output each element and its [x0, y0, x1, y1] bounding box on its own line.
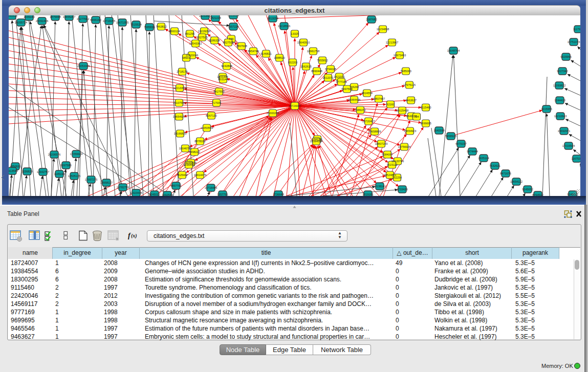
svg-text:1733426: 1733426 [397, 188, 407, 191]
svg-text:804: 804 [414, 115, 419, 118]
svg-text:20364436: 20364436 [348, 98, 360, 101]
svg-text:12213369: 12213369 [173, 86, 186, 90]
svg-text:1615112: 1615112 [386, 163, 397, 166]
svg-text:9245012: 9245012 [149, 193, 160, 196]
svg-text:10654112: 10654112 [510, 180, 522, 183]
svg-text:17016504: 17016504 [562, 144, 575, 147]
svg-text:15640910: 15640910 [297, 41, 310, 44]
svg-text:1092549: 1092549 [162, 193, 172, 196]
svg-text:6794028: 6794028 [325, 68, 336, 71]
svg-text:8186328: 8186328 [209, 39, 220, 42]
svg-text:62160: 62160 [386, 103, 394, 106]
svg-text:9498222: 9498222 [189, 150, 200, 154]
svg-text:7386372: 7386372 [355, 108, 365, 112]
svg-text:1821224: 1821224 [210, 16, 221, 19]
svg-text:12505135: 12505135 [68, 174, 80, 178]
svg-text:15716485: 15716485 [205, 186, 217, 189]
svg-text:8878332: 8878332 [194, 140, 205, 143]
svg-text:16782759: 16782759 [117, 186, 129, 189]
svg-text:9327505: 9327505 [197, 36, 207, 39]
svg-text:15692971: 15692971 [558, 129, 570, 133]
svg-text:2087682: 2087682 [366, 18, 377, 21]
svg-text:10543362: 10543362 [189, 42, 202, 45]
svg-text:717005: 717005 [212, 101, 221, 104]
svg-text:10658809: 10658809 [368, 130, 381, 133]
svg-text:1156829: 1156829 [21, 170, 32, 173]
svg-text:1244413: 1244413 [554, 99, 565, 102]
svg-text:4350611: 4350611 [10, 165, 20, 168]
svg-text:17359924: 17359924 [70, 152, 82, 156]
svg-text:1145194: 1145194 [54, 172, 64, 176]
svg-text:2043318: 2043318 [9, 15, 17, 17]
svg-text:8813054: 8813054 [267, 17, 278, 20]
svg-text:9474444: 9474444 [467, 150, 477, 153]
svg-text:16210643: 16210643 [554, 115, 567, 118]
svg-text:9146821: 9146821 [260, 52, 271, 55]
svg-text:9115460: 9115460 [420, 106, 431, 109]
svg-text:1612071: 1612071 [322, 76, 333, 79]
svg-text:13325: 13325 [291, 32, 298, 35]
svg-text:8267130: 8267130 [206, 114, 216, 117]
svg-text:15751074: 15751074 [568, 40, 580, 43]
svg-text:10655267: 10655267 [63, 15, 75, 18]
svg-text:14055724: 14055724 [15, 21, 27, 24]
svg-text:9397586: 9397586 [60, 164, 71, 167]
svg-text:9329966: 9329966 [560, 55, 571, 58]
svg-text:9777169: 9777169 [336, 80, 346, 83]
svg-text:546: 546 [229, 37, 233, 40]
svg-text:19218506: 19218506 [278, 25, 290, 28]
svg-text:8813054: 8813054 [228, 15, 238, 17]
svg-text:19756928: 19756928 [398, 145, 410, 148]
svg-text:18807249: 18807249 [375, 142, 387, 145]
svg-text:7625402: 7625402 [177, 173, 187, 177]
svg-text:23300203: 23300203 [267, 112, 279, 115]
svg-text:8764512: 8764512 [532, 193, 543, 196]
svg-text:8471676: 8471676 [500, 172, 511, 175]
svg-text:12213967: 12213967 [386, 41, 398, 44]
svg-text:2718176: 2718176 [177, 70, 187, 73]
svg-text:15720407: 15720407 [362, 120, 375, 123]
svg-text:2867608: 2867608 [236, 45, 247, 48]
svg-text:17957275: 17957275 [85, 178, 97, 181]
svg-text:10958117: 10958117 [100, 181, 113, 184]
svg-text:8427552: 8427552 [213, 90, 224, 93]
svg-text:10107554: 10107554 [173, 101, 185, 104]
svg-text:7463822: 7463822 [156, 25, 166, 28]
svg-text:1357791: 1357791 [217, 193, 228, 196]
svg-text:14136141: 14136141 [374, 185, 386, 188]
svg-text:7632621: 7632621 [489, 164, 500, 167]
svg-text:19166829: 19166829 [174, 132, 186, 135]
svg-text:11923445: 11923445 [130, 191, 142, 194]
svg-text:9245652: 9245652 [522, 188, 533, 191]
svg-text:19384554: 19384554 [310, 140, 322, 143]
svg-text:9699695: 9699695 [420, 122, 431, 125]
svg-text:891295: 891295 [185, 32, 194, 35]
svg-text:1819181: 1819181 [362, 193, 373, 196]
svg-text:1736648: 1736648 [273, 193, 284, 196]
svg-text:803144: 803144 [219, 78, 228, 81]
svg-text:98901: 98901 [182, 56, 190, 59]
svg-text:18724007: 18724007 [289, 104, 301, 107]
svg-text:6497568: 6497568 [341, 87, 352, 91]
svg-text:7955812: 7955812 [317, 59, 328, 62]
svg-text:9857791: 9857791 [170, 184, 181, 187]
svg-text:7357224: 7357224 [228, 25, 238, 28]
svg-text:12093822: 12093822 [553, 84, 565, 87]
svg-text:10961758: 10961758 [307, 50, 319, 53]
svg-text:9463627: 9463627 [405, 99, 416, 102]
svg-text:16914479: 16914479 [194, 173, 206, 177]
svg-text:7485063: 7485063 [400, 70, 411, 73]
svg-text:9227342: 9227342 [557, 70, 568, 73]
svg-text:8660124: 8660124 [169, 30, 180, 33]
svg-text:3913544: 3913544 [9, 169, 18, 172]
svg-text:1167535: 1167535 [571, 157, 580, 160]
svg-text:7515524: 7515524 [130, 23, 141, 26]
svg-text:15277602: 15277602 [77, 17, 89, 20]
svg-text:3215955: 3215955 [541, 107, 552, 111]
svg-text:14353594: 14353594 [201, 126, 213, 129]
svg-text:10025458: 10025458 [396, 109, 408, 112]
svg-text:16154838: 16154838 [377, 28, 389, 31]
svg-text:16648764: 16648764 [447, 49, 460, 52]
svg-text:9327505: 9327505 [223, 41, 233, 44]
svg-text:252254: 252254 [393, 176, 402, 179]
